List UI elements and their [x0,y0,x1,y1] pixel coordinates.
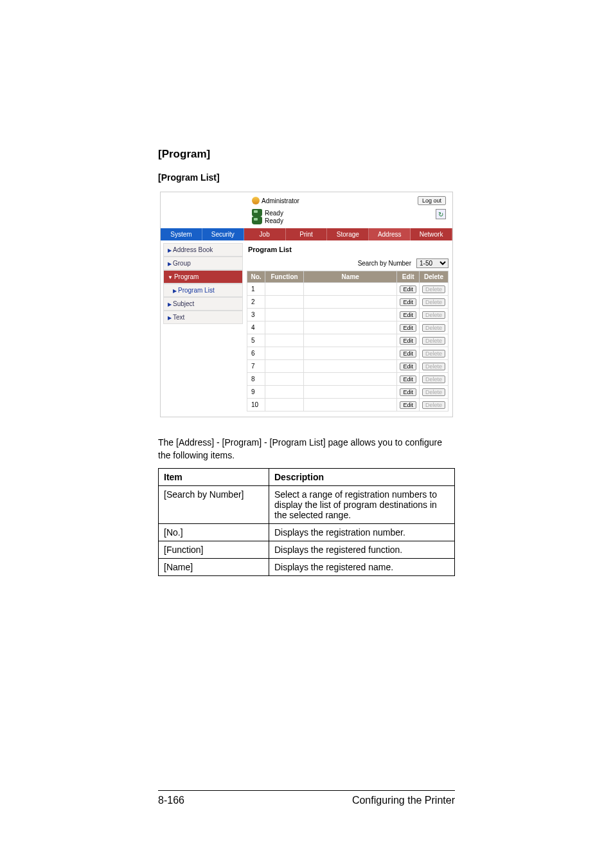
sidebar-program-list[interactable]: ▶Program List [163,284,243,297]
tri-icon: ▶ [173,288,177,294]
table-row: 4EditDelete [247,321,449,334]
table-row: 5EditDelete [247,334,449,347]
edit-button[interactable]: Edit [400,337,416,345]
program-list-table: No. Function Name Edit Delete 1EditDelet… [247,271,449,411]
embedded-screenshot: Administrator Log out Ready Ready ↻ Syst… [160,192,453,417]
col-function: Function [265,271,304,283]
heading-program: [Program] [158,148,455,161]
edit-button[interactable]: Edit [400,324,416,332]
table-row: 1EditDelete [247,283,449,296]
sidebar-text[interactable]: ▶Text [163,311,243,324]
tab-job[interactable]: Job [244,228,286,240]
delete-button[interactable]: Delete [422,337,445,345]
page-footer: 8-166 Configuring the Printer [158,790,455,806]
tab-print[interactable]: Print [286,228,328,240]
edit-button[interactable]: Edit [400,363,416,370]
tri-icon: ▶ [168,261,172,267]
tab-network[interactable]: Network [411,228,452,240]
edit-button[interactable]: Edit [400,375,416,383]
delete-button[interactable]: Delete [422,363,445,370]
info-row: [Function]Displays the registered functi… [159,541,455,559]
delete-button[interactable]: Delete [422,285,445,293]
table-row: 7EditDelete [247,360,449,373]
logout-button[interactable]: Log out [418,196,446,205]
table-row: 3EditDelete [247,309,449,321]
tab-system[interactable]: System [161,228,202,240]
tri-icon: ▶ [168,248,172,253]
delete-button[interactable]: Delete [422,324,445,332]
edit-button[interactable]: Edit [400,298,416,306]
heading-program-list: [Program List] [158,172,455,183]
page-description: The [Address] - [Program] - [Program Lis… [158,437,455,462]
search-by-number-label: Search by Number [358,260,411,267]
sidebar-program[interactable]: ▼Program [163,270,243,284]
search-by-number-select[interactable]: 1-50 [416,258,449,268]
col-no: No. [247,271,265,283]
tab-storage[interactable]: Storage [327,228,369,240]
printer-status-icon [252,209,262,217]
delete-button[interactable]: Delete [422,350,445,357]
delete-button[interactable]: Delete [422,388,445,396]
table-row: 6EditDelete [247,347,449,360]
delete-button[interactable]: Delete [422,298,445,306]
administrator-label: Administrator [262,197,299,204]
tri-icon: ▶ [168,302,172,307]
refresh-icon[interactable]: ↻ [436,209,446,219]
edit-button[interactable]: Edit [400,285,416,293]
delete-button[interactable]: Delete [422,311,445,319]
tab-address[interactable]: Address [369,228,411,240]
table-row: 8EditDelete [247,373,449,386]
down-icon: ▼ [168,275,173,280]
table-row: 10EditDelete [247,399,449,411]
footer-title: Configuring the Printer [352,795,455,806]
edit-button[interactable]: Edit [400,388,416,396]
admin-icon [252,197,260,204]
info-header-item: Item [159,469,269,486]
main-title: Program List [247,243,449,256]
delete-button[interactable]: Delete [422,375,445,383]
tri-icon: ▶ [168,315,172,321]
scanner-status-icon [252,217,262,224]
col-edit: Edit [397,271,420,283]
delete-button[interactable]: Delete [422,401,445,409]
info-row: [Name]Displays the registered name. [159,559,455,576]
info-row: [No.]Displays the registration number. [159,524,455,541]
info-header-desc: Description [269,469,455,486]
table-row: 9EditDelete [247,386,449,399]
table-row: 2EditDelete [247,296,449,309]
status-ready-2: Ready [265,217,283,224]
sidebar-subject[interactable]: ▶Subject [163,297,243,311]
sidebar-address-book[interactable]: ▶Address Book [163,243,243,257]
edit-button[interactable]: Edit [400,350,416,357]
edit-button[interactable]: Edit [400,401,416,409]
page-number: 8-166 [158,795,184,806]
edit-button[interactable]: Edit [400,311,416,319]
tab-security[interactable]: Security [202,228,244,240]
col-name: Name [304,271,397,283]
col-delete: Delete [419,271,448,283]
status-ready-1: Ready [265,210,283,217]
info-row: [Search by Number]Select a range of regi… [159,486,455,524]
sidebar-group[interactable]: ▶Group [163,257,243,270]
info-table: Item Description [Search by Number]Selec… [158,468,455,576]
